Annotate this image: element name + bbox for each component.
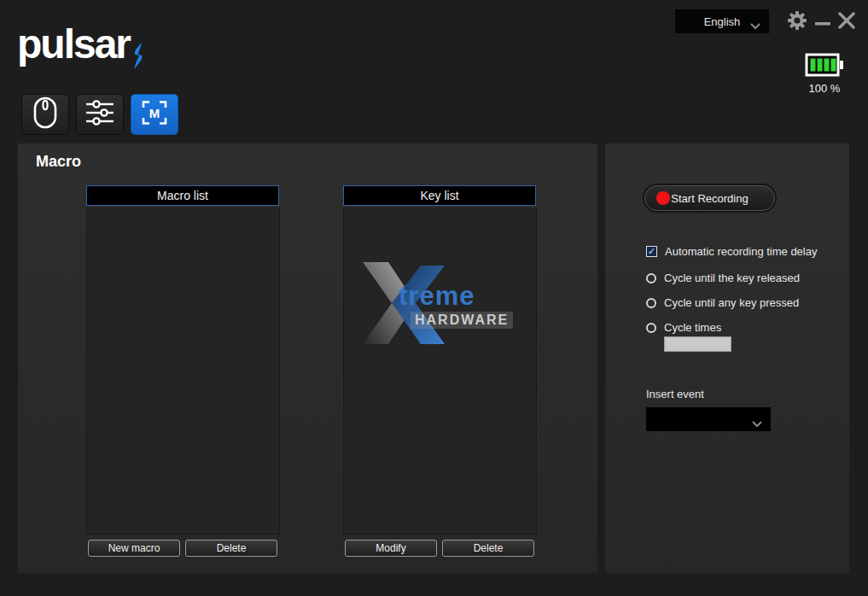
cycle-released-radio[interactable] [646,273,656,283]
cycle-released-label: Cycle until the key released [664,272,800,284]
chevron-down-icon [752,417,762,429]
tab-settings[interactable] [76,94,124,135]
watermark-hardware-text: HARDWARE [411,312,513,329]
watermark-treme-text: treme [399,281,475,312]
settings-gear-button[interactable] [787,11,807,33]
battery-percent-label: 100 % [801,82,848,95]
mouse-icon [33,96,57,132]
start-recording-label: Start Recording [671,192,748,205]
macro-m-icon: M [140,98,169,131]
macro-list-header: Macro list [86,185,279,206]
language-select-value: English [704,15,741,28]
close-icon [838,12,855,32]
key-list-header: Key list [343,185,536,206]
macro-panel: Macro Macro list Key list [18,143,597,573]
cycle-released-option: Cycle until the key released [646,272,800,284]
xtreme-hardware-watermark: treme HARDWARE [361,260,519,346]
delete-key-button[interactable]: Delete [442,540,534,557]
new-macro-button[interactable]: New macro [88,540,180,557]
delete-macro-button[interactable]: Delete [185,540,277,557]
page-title: Macro [36,153,81,171]
battery-icon [805,65,844,79]
battery-status: 100 % [801,53,848,95]
gear-icon [787,10,807,34]
pulsar-logo: pulsar [17,19,143,73]
cycle-times-option: Cycle times [646,321,721,334]
close-button[interactable] [836,11,857,33]
minimize-button[interactable] [813,11,833,33]
modify-key-button[interactable]: Modify [345,540,437,557]
tab-mouse[interactable] [21,94,69,135]
svg-text:M: M [149,106,160,120]
cycle-pressed-option: Cycle until any key pressed [646,296,799,309]
record-dot-icon [656,191,670,205]
auto-delay-label: Automatic recording time delay [665,245,817,258]
cycle-times-radio[interactable] [646,323,656,333]
app-window: English [0,0,868,596]
pulsar-logo-text: pulsar [17,19,130,70]
cycle-times-label: Cycle times [664,321,721,334]
macro-list[interactable] [86,207,280,535]
language-select[interactable]: English [675,9,769,33]
cycle-pressed-radio[interactable] [646,298,656,308]
insert-event-select[interactable] [646,407,771,431]
cycle-times-input[interactable] [664,336,731,352]
lightning-bolt-icon [131,43,145,73]
recording-panel: Start Recording ✓ Automatic recording ti… [605,143,849,573]
minimize-icon [815,15,830,30]
sliders-icon [85,100,114,129]
tab-macro[interactable]: M [131,94,178,135]
cycle-pressed-label: Cycle until any key pressed [664,296,799,309]
auto-delay-option: ✓ Automatic recording time delay [646,245,817,258]
key-list[interactable]: treme HARDWARE [343,207,537,535]
chevron-down-icon [750,19,760,32]
start-recording-button[interactable]: Start Recording [644,185,775,211]
insert-event-label: Insert event [646,388,704,400]
auto-delay-checkbox[interactable]: ✓ [646,246,657,257]
